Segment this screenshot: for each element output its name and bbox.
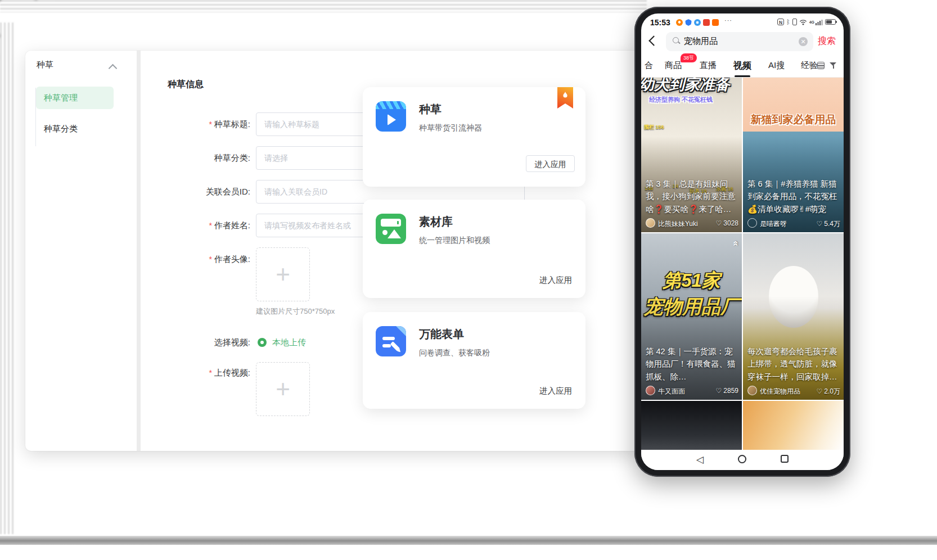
category-field-label: 种草分类: <box>141 146 250 170</box>
plus-icon: + <box>256 363 309 416</box>
network-type-label: 4G <box>809 20 814 24</box>
app-card-desc: 统一管理图片和视频 <box>419 236 490 246</box>
wifi-icon <box>799 19 807 25</box>
status-bar: 15:53 ··· N ᛒ 4G <box>641 13 844 30</box>
video-caption: 第 6 集｜#养猫养猫 新猫到家必备用品，不花冤枉💰清单收藏啰✌#萌宠 <box>747 178 840 215</box>
video-card-6[interactable] <box>743 401 844 450</box>
scan-bar-bottom <box>0 536 937 545</box>
local-upload-radio-label[interactable]: 本地上传 <box>272 331 306 354</box>
avatar[interactable] <box>747 386 757 395</box>
like-count[interactable]: ♡5.4万 <box>817 219 840 229</box>
status-app-icon-1 <box>676 19 683 26</box>
back-chevron-icon[interactable] <box>648 35 659 46</box>
heart-icon: ♡ <box>716 387 722 395</box>
status-more-dots: ··· <box>724 17 732 24</box>
video-clapper-icon <box>376 101 406 132</box>
heart-icon: ♡ <box>716 219 722 227</box>
featured-flame-ribbon <box>557 87 573 109</box>
sidebar-item-seeding-management[interactable]: 种草管理 <box>36 87 114 109</box>
member-id-field-label: 关联会员ID: <box>141 180 250 204</box>
video-card-2[interactable]: 新猫到家必备用品 第 6 集｜#养猫养猫 新猫到家必备用品，不花冤枉💰清单收藏啰… <box>743 78 844 232</box>
search-query-text: 宠物用品 <box>684 36 718 47</box>
result-tabs: 合 商品38节 直播 视频 AI搜 经验 <box>641 54 844 78</box>
app-card-title: 素材库 <box>419 214 453 229</box>
signal-icon <box>816 19 823 25</box>
media-gallery-icon <box>376 214 406 244</box>
video-overlay-subtitle: 经济型养狗 不花冤枉钱 <box>649 96 713 104</box>
nfc-icon: N <box>777 19 784 25</box>
avatar[interactable] <box>747 218 757 228</box>
app-card-seeding: 种草 种草带货引流神器 进入应用 <box>363 87 585 187</box>
nav-back-button[interactable]: ◁ <box>696 455 704 465</box>
app-card-desc: 种草带货引流神器 <box>419 123 482 133</box>
author-name[interactable]: 比熊妹妹Yuki <box>658 219 698 229</box>
search-button[interactable]: 搜索 <box>818 35 836 47</box>
author-name[interactable]: 牛又面面 <box>658 387 685 396</box>
tab-live[interactable]: 直播 <box>700 60 717 71</box>
tab-ai-search[interactable]: AI搜 <box>768 60 785 71</box>
notification-app-icons <box>676 19 719 26</box>
avatar[interactable] <box>646 218 655 228</box>
clear-search-icon[interactable]: ✕ <box>799 37 808 46</box>
search-icon <box>673 37 679 43</box>
search-bar-row: 宠物用品 ✕ 搜索 <box>641 31 844 53</box>
author-name-field-label: 作者姓名: <box>141 214 250 237</box>
video-card-1[interactable]: 幼犬到家准备 经济型养狗 不花冤枉钱 围栏 156 148 24 玩具 18 水… <box>641 78 742 232</box>
bluetooth-icon: ᛒ <box>786 19 790 25</box>
status-app-icon-4 <box>712 19 719 26</box>
tab-experience[interactable]: 经验 <box>801 60 818 71</box>
flame-icon <box>561 91 569 100</box>
author-name[interactable]: 优佳宠物用品 <box>760 387 800 396</box>
price-tag: 围栏 156 <box>644 124 664 131</box>
app-card-universal-form: 万能表单 问卷调查、获客吸粉 进入应用 <box>363 312 585 409</box>
sidebar-item-seeding-category[interactable]: 种草分类 <box>44 119 78 138</box>
festival-badge: 38节 <box>681 53 697 62</box>
app-card-title: 万能表单 <box>419 327 464 342</box>
video-caption: 每次遛弯都会给毛孩子裹上绑带，透气防脏，就像穿袜子一样，回家取掉… <box>747 345 840 383</box>
vibrate-icon <box>792 19 797 25</box>
shield-icon <box>685 19 692 26</box>
app-card-title: 种草 <box>419 102 442 117</box>
filter-icon[interactable] <box>830 62 837 69</box>
author-name[interactable]: 是喵酱呀 <box>760 219 787 229</box>
nav-home-button[interactable] <box>738 455 746 463</box>
phone-screen: 15:53 ··· N ᛒ 4G 宠物 <box>641 13 844 470</box>
status-time: 15:53 <box>650 18 670 27</box>
like-count[interactable]: ♡2859 <box>716 387 738 395</box>
video-card-4[interactable]: 每次遛弯都会给毛孩子裹上绑带，透气防脏，就像穿袜子一样，回家取掉… 优佳宠物用品… <box>743 233 844 400</box>
avatar-size-hint: 建议图片尺寸750*750px <box>256 306 335 317</box>
enter-app-link[interactable]: 进入应用 <box>539 275 572 286</box>
battery-icon <box>825 19 836 25</box>
video-card-3[interactable]: » 第51家 宠物用品厂 第 42 集｜一手货源：宠物用品厂！有喂食器、猫抓板、… <box>641 233 742 400</box>
nav-recents-button[interactable] <box>781 455 789 463</box>
video-overlay-title: 幼犬到家准备 <box>641 78 742 94</box>
tab-goods[interactable]: 商品38节 <box>665 60 682 71</box>
radio-selected-icon[interactable] <box>258 338 267 347</box>
status-app-icon-3 <box>703 19 710 26</box>
app-card-desc: 问卷调查、获客吸粉 <box>419 348 490 358</box>
scan-streak-left <box>0 22 13 534</box>
form-doc-icon <box>376 326 406 356</box>
double-chevron-icon: » <box>729 241 740 246</box>
enter-app-link[interactable]: 进入应用 <box>539 386 572 396</box>
form-section-title: 种草信息 <box>168 79 204 91</box>
layout-icon[interactable] <box>817 62 825 69</box>
video-overlay-line1: 第51家 <box>641 268 742 293</box>
video-author-row: 比熊妹妹Yuki ♡3028 <box>646 218 738 228</box>
video-card-5[interactable] <box>641 401 742 450</box>
video-author-row: 优佳宠物用品 ♡2.0万 <box>747 386 840 396</box>
android-nav-bar: ◁ <box>641 450 844 470</box>
video-upload-field-label: 上传视频: <box>141 361 250 385</box>
scan-streak-top <box>0 0 647 12</box>
like-count[interactable]: ♡2.0万 <box>817 387 840 396</box>
avatar[interactable] <box>646 386 655 395</box>
tab-video[interactable]: 视频 <box>733 60 751 72</box>
like-count[interactable]: ♡3028 <box>716 219 738 227</box>
video-upload-box[interactable]: + <box>256 362 310 416</box>
app-card-media-library: 素材库 统一管理图片和视频 进入应用 <box>363 200 585 298</box>
search-input[interactable]: 宠物用品 ✕ <box>666 32 813 51</box>
tab-partial[interactable]: 合 <box>645 60 653 71</box>
chevron-up-icon[interactable] <box>109 64 118 73</box>
enter-app-button[interactable]: 进入应用 <box>526 155 575 172</box>
avatar-upload-box[interactable]: + <box>256 247 310 301</box>
